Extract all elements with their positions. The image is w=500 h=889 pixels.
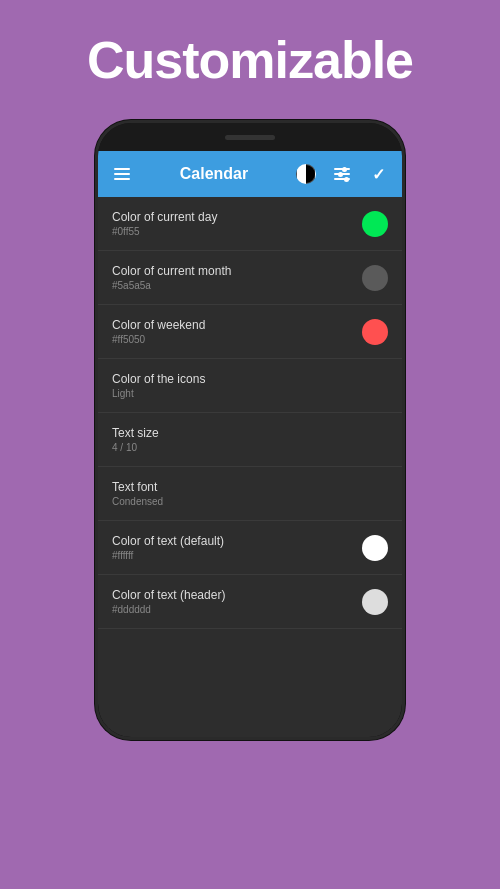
color-dot-color-text-header <box>362 589 388 615</box>
setting-text-color-icons: Color of the iconsLight <box>112 372 205 399</box>
sliders-button[interactable] <box>328 160 356 188</box>
setting-value-color-current-day: #0ff55 <box>112 226 217 237</box>
setting-value-text-font: Condensed <box>112 496 163 507</box>
setting-label-color-text-header: Color of text (header) <box>112 588 225 602</box>
color-dot-color-weekend <box>362 319 388 345</box>
setting-value-color-weekend: #ff5050 <box>112 334 205 345</box>
settings-list: Color of current day#0ff55Color of curre… <box>98 197 402 737</box>
setting-item-color-text-header[interactable]: Color of text (header)#dddddd <box>98 575 402 629</box>
hamburger-menu-button[interactable] <box>108 160 136 188</box>
phone-top-bar <box>98 123 402 151</box>
title-area: Customizable <box>0 0 500 120</box>
setting-value-color-icons: Light <box>112 388 205 399</box>
setting-text-color-text-header: Color of text (header)#dddddd <box>112 588 225 615</box>
setting-text-text-size: Text size4 / 10 <box>112 426 159 453</box>
setting-text-color-weekend: Color of weekend#ff5050 <box>112 318 205 345</box>
setting-text-color-current-day: Color of current day#0ff55 <box>112 210 217 237</box>
sliders-icon <box>334 168 350 180</box>
setting-item-text-font[interactable]: Text fontCondensed <box>98 467 402 521</box>
color-dot-color-current-day <box>362 211 388 237</box>
setting-label-text-size: Text size <box>112 426 159 440</box>
setting-label-text-font: Text font <box>112 480 163 494</box>
hamburger-icon <box>114 168 130 180</box>
phone-screen: Calendar ✓ Color of current day#0ff5 <box>98 151 402 737</box>
setting-value-color-text-default: #ffffff <box>112 550 224 561</box>
setting-label-color-icons: Color of the icons <box>112 372 205 386</box>
check-icon: ✓ <box>372 165 385 184</box>
color-dot-color-current-month <box>362 265 388 291</box>
phone-shell: Calendar ✓ Color of current day#0ff5 <box>95 120 405 740</box>
setting-item-color-weekend[interactable]: Color of weekend#ff5050 <box>98 305 402 359</box>
setting-item-color-current-month[interactable]: Color of current month#5a5a5a <box>98 251 402 305</box>
setting-text-color-current-month: Color of current month#5a5a5a <box>112 264 231 291</box>
setting-label-color-current-day: Color of current day <box>112 210 217 224</box>
setting-item-color-icons[interactable]: Color of the iconsLight <box>98 359 402 413</box>
setting-label-color-text-default: Color of text (default) <box>112 534 224 548</box>
setting-value-color-current-month: #5a5a5a <box>112 280 231 291</box>
confirm-button[interactable]: ✓ <box>364 160 392 188</box>
color-dot-color-text-default <box>362 535 388 561</box>
phone-speaker <box>225 135 275 140</box>
contrast-button[interactable] <box>292 160 320 188</box>
setting-item-color-current-day[interactable]: Color of current day#0ff55 <box>98 197 402 251</box>
app-bar-title: Calendar <box>144 165 284 183</box>
setting-text-color-text-default: Color of text (default)#ffffff <box>112 534 224 561</box>
setting-value-color-text-header: #dddddd <box>112 604 225 615</box>
setting-item-color-text-default[interactable]: Color of text (default)#ffffff <box>98 521 402 575</box>
setting-value-text-size: 4 / 10 <box>112 442 159 453</box>
page-title: Customizable <box>87 30 413 90</box>
contrast-icon <box>296 164 316 184</box>
setting-text-text-font: Text fontCondensed <box>112 480 163 507</box>
setting-item-text-size[interactable]: Text size4 / 10 <box>98 413 402 467</box>
setting-label-color-current-month: Color of current month <box>112 264 231 278</box>
app-bar: Calendar ✓ <box>98 151 402 197</box>
phone-mockup: Calendar ✓ Color of current day#0ff5 <box>95 120 405 740</box>
setting-label-color-weekend: Color of weekend <box>112 318 205 332</box>
